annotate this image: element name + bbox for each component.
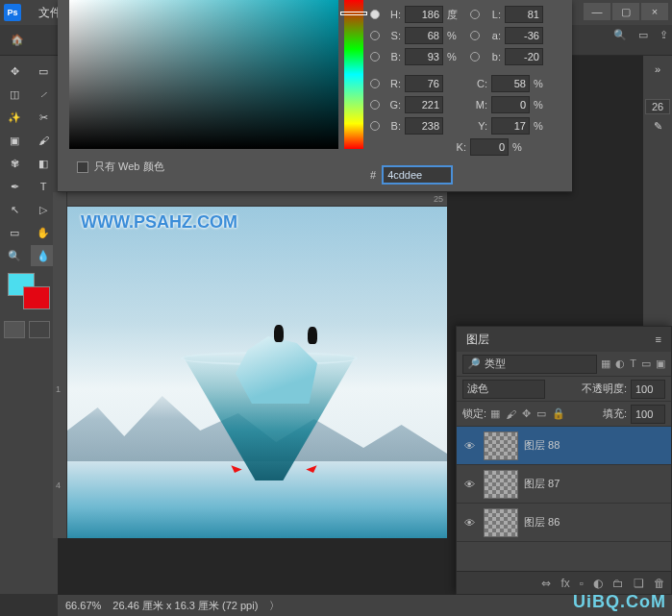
brush-tool[interactable]: 🖌 bbox=[31, 130, 56, 151]
marquee-tool[interactable]: ◫ bbox=[2, 84, 27, 105]
layers-panel-footer: ⇔ fx ▫ ◐ 🗀 ❏ 🗑 bbox=[457, 571, 671, 594]
layer-name[interactable]: 图层 87 bbox=[524, 477, 560, 491]
new-group-icon[interactable]: 🗀 bbox=[612, 577, 624, 590]
input-c[interactable] bbox=[491, 75, 530, 92]
lasso-tool[interactable]: ⟋ bbox=[31, 84, 56, 105]
layer-thumbnail[interactable] bbox=[484, 508, 518, 537]
lock-all-icon[interactable]: 🔒 bbox=[552, 407, 565, 420]
clone-tool[interactable]: ✾ bbox=[2, 153, 27, 174]
radio-h[interactable] bbox=[370, 10, 380, 19]
layer-visibility-icon[interactable]: 👁 bbox=[460, 440, 478, 452]
home-icon[interactable]: 🏠 bbox=[8, 31, 27, 50]
panel-menu-icon[interactable]: ≡ bbox=[656, 333, 661, 345]
hex-input[interactable] bbox=[382, 165, 453, 185]
delete-layer-icon[interactable]: 🗑 bbox=[654, 577, 665, 590]
input-b2[interactable] bbox=[505, 48, 543, 65]
input-a[interactable] bbox=[505, 27, 543, 44]
path-tool[interactable]: ↖ bbox=[2, 199, 27, 220]
hue-slider[interactable] bbox=[344, 0, 363, 149]
web-safe-checkbox[interactable] bbox=[77, 161, 88, 173]
radio-r[interactable] bbox=[370, 79, 380, 88]
input-l[interactable] bbox=[505, 6, 543, 23]
label-g: G: bbox=[384, 99, 401, 111]
input-b[interactable] bbox=[405, 48, 443, 65]
layers-panel: 图层 ≡ 🔎 类型 ▦ ◐ T ▭ ▣ 滤色 不透明度: 100 锁定: ▦ 🖌… bbox=[456, 326, 672, 595]
input-k[interactable] bbox=[470, 138, 509, 156]
adjustment-layer-icon[interactable]: ◐ bbox=[593, 577, 603, 590]
quickmask-standard[interactable] bbox=[4, 321, 25, 338]
quickmask-mask[interactable] bbox=[29, 321, 50, 338]
eraser-tool[interactable]: ◧ bbox=[31, 153, 56, 174]
zoom-level[interactable]: 66.67% bbox=[65, 600, 101, 611]
radio-l[interactable] bbox=[470, 10, 480, 19]
background-color-swatch[interactable] bbox=[23, 286, 50, 309]
canvas[interactable]: WWW.PSAHZ.COM bbox=[67, 207, 447, 538]
input-y[interactable] bbox=[491, 117, 530, 135]
wand-tool[interactable]: ✨ bbox=[2, 107, 27, 128]
layer-fx-icon[interactable]: fx bbox=[560, 577, 569, 590]
top-right-icons: 🔍 ▭ ⇪ bbox=[613, 29, 668, 41]
status-arrow-icon[interactable]: 〉 bbox=[269, 599, 280, 613]
share-icon[interactable]: ⇪ bbox=[660, 29, 668, 41]
search-icon[interactable]: 🔍 bbox=[613, 29, 627, 41]
filter-type-icon[interactable]: T bbox=[630, 357, 636, 370]
filter-shape-icon[interactable]: ▭ bbox=[641, 357, 651, 370]
fill-input[interactable]: 100 bbox=[631, 405, 665, 424]
radio-a[interactable] bbox=[470, 31, 480, 40]
artboard-tool[interactable]: ▭ bbox=[31, 61, 56, 82]
window-maximize-button[interactable]: ▢ bbox=[612, 3, 639, 20]
radio-s[interactable] bbox=[370, 31, 380, 40]
layer-filter-type[interactable]: 🔎 类型 bbox=[462, 355, 597, 374]
layer-mask-icon[interactable]: ▫ bbox=[580, 577, 584, 590]
color-field[interactable] bbox=[69, 0, 338, 149]
pen-tool[interactable]: ✒ bbox=[2, 176, 27, 197]
layer-thumbnail[interactable] bbox=[484, 470, 518, 499]
window-close-button[interactable]: × bbox=[641, 3, 668, 20]
input-r[interactable] bbox=[405, 75, 443, 92]
layer-name[interactable]: 图层 86 bbox=[524, 515, 560, 530]
link-layers-icon[interactable]: ⇔ bbox=[541, 577, 551, 590]
filter-adjust-icon[interactable]: ◐ bbox=[615, 357, 625, 370]
lock-transparency-icon[interactable]: ▦ bbox=[490, 407, 500, 420]
radio-bc[interactable] bbox=[370, 121, 380, 131]
new-layer-icon[interactable]: ❏ bbox=[634, 577, 644, 590]
layer-thumbnail[interactable] bbox=[484, 431, 518, 460]
input-h[interactable] bbox=[405, 6, 443, 23]
radio-b[interactable] bbox=[370, 52, 380, 62]
layer-row[interactable]: 👁 图层 87 bbox=[457, 465, 671, 504]
hue-slider-thumb[interactable] bbox=[340, 12, 367, 15]
move-tool[interactable]: ✥ bbox=[2, 61, 27, 82]
expand-panels-icon[interactable]: » bbox=[645, 59, 671, 80]
crop-tool[interactable]: ✂ bbox=[31, 107, 56, 128]
unit-h: 度 bbox=[447, 8, 460, 22]
arrange-icon[interactable]: ▭ bbox=[638, 29, 648, 41]
frame-tool[interactable]: ▣ bbox=[2, 130, 27, 151]
martini-glass bbox=[183, 356, 356, 509]
zoom-tool[interactable]: 🔍 bbox=[2, 245, 27, 266]
layer-name[interactable]: 图层 88 bbox=[524, 438, 560, 453]
input-m[interactable] bbox=[491, 96, 530, 113]
radio-g[interactable] bbox=[370, 100, 380, 110]
input-g[interactable] bbox=[405, 96, 443, 113]
layers-panel-tab[interactable]: 图层 ≡ bbox=[457, 327, 671, 352]
edit-properties-icon[interactable]: ✎ bbox=[654, 120, 662, 133]
window-minimize-button[interactable]: — bbox=[584, 3, 610, 20]
layer-visibility-icon[interactable]: 👁 bbox=[460, 517, 478, 529]
layer-row[interactable]: 👁 图层 86 bbox=[457, 504, 671, 542]
input-bc[interactable] bbox=[405, 117, 443, 135]
color-values: H:度 L: S:% a: B:% b: R: C:% G: M:% B: Y:… bbox=[370, 4, 566, 158]
shape-tool[interactable]: ▭ bbox=[2, 222, 27, 243]
unit-m: % bbox=[534, 99, 547, 111]
input-s[interactable] bbox=[405, 27, 443, 44]
lock-position-icon[interactable]: ✥ bbox=[522, 407, 531, 420]
layer-row[interactable]: 👁 图层 88 bbox=[457, 427, 671, 465]
opacity-input[interactable]: 100 bbox=[631, 380, 665, 399]
hex-row: # bbox=[370, 165, 453, 185]
lock-pixels-icon[interactable]: 🖌 bbox=[506, 408, 516, 420]
filter-pixel-icon[interactable]: ▦ bbox=[601, 357, 610, 370]
radio-b2[interactable] bbox=[470, 52, 480, 62]
layer-visibility-icon[interactable]: 👁 bbox=[460, 479, 478, 490]
lock-artboard-icon[interactable]: ▭ bbox=[536, 407, 546, 420]
filter-smart-icon[interactable]: ▣ bbox=[656, 357, 665, 370]
blend-mode-select[interactable]: 滤色 bbox=[462, 380, 545, 399]
